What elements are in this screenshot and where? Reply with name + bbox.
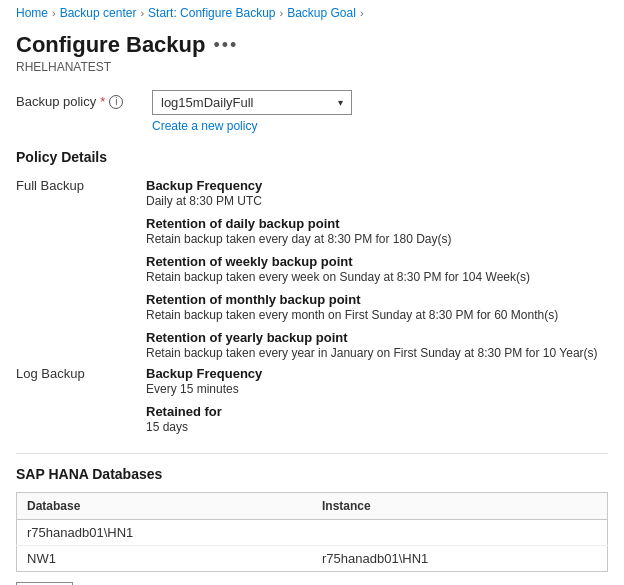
table-row: NW1 r75hanadb01\HN1 (17, 546, 608, 572)
retention-daily-value: Retain backup taken every day at 8:30 PM… (146, 232, 608, 246)
sap-hana-table: Database Instance r75hanadb01\HN1 NW1 r7… (16, 492, 608, 572)
retention-daily-label: Retention of daily backup point (146, 216, 608, 231)
log-backup-details: Backup Frequency Every 15 minutes Retain… (146, 363, 608, 437)
retention-monthly: Retention of monthly backup point Retain… (146, 292, 608, 322)
retention-yearly-value: Retain backup taken every year in Januar… (146, 346, 608, 360)
breadcrumb-home[interactable]: Home (16, 6, 48, 20)
log-backup-row: Log Backup Backup Frequency Every 15 min… (16, 363, 608, 437)
breadcrumb-backup-center[interactable]: Backup center (60, 6, 137, 20)
db-cell-0: r75hanadb01\HN1 (17, 520, 313, 546)
breadcrumb-sep-2: › (140, 7, 144, 19)
policy-details-section-title: Policy Details (16, 149, 608, 165)
full-backup-frequency: Backup Frequency Daily at 8:30 PM UTC (146, 178, 608, 208)
section-divider (16, 453, 608, 454)
retention-weekly-value: Retain backup taken every week on Sunday… (146, 270, 608, 284)
breadcrumb-backup-goal[interactable]: Backup Goal (287, 6, 356, 20)
log-backup-frequency-label: Backup Frequency (146, 366, 608, 381)
dropdown-value: log15mDailyFull (161, 95, 253, 110)
full-backup-label: Full Backup (16, 175, 146, 363)
log-retained-for: Retained for 15 days (146, 404, 608, 434)
full-backup-row: Full Backup Backup Frequency Daily at 8:… (16, 175, 608, 363)
page-header: Configure Backup ••• (16, 32, 608, 58)
instance-column-header: Instance (312, 493, 608, 520)
page-subtitle: RHELHANATEST (16, 60, 608, 74)
full-backup-frequency-value: Daily at 8:30 PM UTC (146, 194, 608, 208)
info-icon[interactable]: i (109, 95, 123, 109)
backup-policy-dropdown[interactable]: log15mDailyFull ▾ (152, 90, 352, 115)
retention-daily: Retention of daily backup point Retain b… (146, 216, 608, 246)
retention-yearly: Retention of yearly backup point Retain … (146, 330, 608, 360)
dropdown-arrow-icon: ▾ (338, 97, 343, 108)
retention-yearly-label: Retention of yearly backup point (146, 330, 608, 345)
breadcrumb-sep-1: › (52, 7, 56, 19)
sap-hana-section-title: SAP HANA Databases (16, 466, 608, 482)
instance-cell-0 (312, 520, 608, 546)
db-cell-1: NW1 (17, 546, 313, 572)
breadcrumb-configure-backup[interactable]: Start: Configure Backup (148, 6, 275, 20)
db-column-header: Database (17, 493, 313, 520)
breadcrumb-sep-3: › (279, 7, 283, 19)
backup-policy-label: Backup policy * i (16, 90, 136, 109)
more-options-icon[interactable]: ••• (213, 36, 238, 54)
breadcrumb: Home › Backup center › Start: Configure … (0, 0, 624, 26)
full-backup-frequency-label: Backup Frequency (146, 178, 608, 193)
retention-monthly-label: Retention of monthly backup point (146, 292, 608, 307)
full-backup-details: Backup Frequency Daily at 8:30 PM UTC Re… (146, 175, 608, 363)
retention-monthly-value: Retain backup taken every month on First… (146, 308, 608, 322)
breadcrumb-sep-4: › (360, 7, 364, 19)
log-backup-label: Log Backup (16, 363, 146, 437)
create-new-policy-link[interactable]: Create a new policy (152, 119, 352, 133)
page-title: Configure Backup (16, 32, 205, 58)
log-backup-frequency-value: Every 15 minutes (146, 382, 608, 396)
backup-policy-label-text: Backup policy (16, 94, 96, 109)
backup-policy-row: Backup policy * i log15mDailyFull ▾ Crea… (16, 90, 608, 133)
table-row: r75hanadb01\HN1 (17, 520, 608, 546)
policy-details-table: Full Backup Backup Frequency Daily at 8:… (16, 175, 608, 437)
backup-policy-control: log15mDailyFull ▾ Create a new policy (152, 90, 352, 133)
db-table-header-row: Database Instance (17, 493, 608, 520)
main-content: Configure Backup ••• RHELHANATEST Backup… (0, 26, 624, 585)
required-star: * (100, 94, 105, 109)
log-retained-value: 15 days (146, 420, 608, 434)
instance-cell-1: r75hanadb01\HN1 (312, 546, 608, 572)
retention-weekly: Retention of weekly backup point Retain … (146, 254, 608, 284)
log-backup-frequency: Backup Frequency Every 15 minutes (146, 366, 608, 396)
log-retained-label: Retained for (146, 404, 608, 419)
retention-weekly-label: Retention of weekly backup point (146, 254, 608, 269)
